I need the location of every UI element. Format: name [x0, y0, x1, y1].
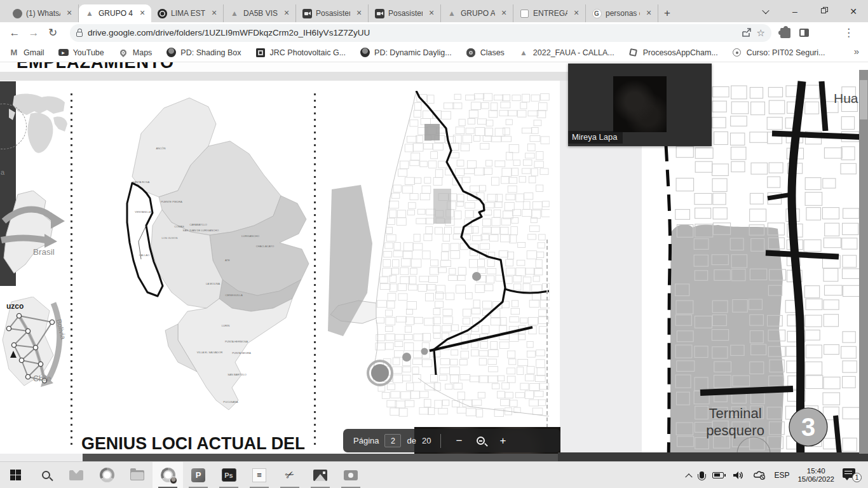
- taskbar-photoshop[interactable]: Ps: [214, 462, 244, 488]
- taskbar-mail-app[interactable]: [61, 462, 92, 488]
- shape-icon: [628, 48, 639, 58]
- tab-close-icon[interactable]: ×: [426, 8, 437, 18]
- tab-label: GRUPO 4 -: [98, 9, 133, 18]
- menu-icon[interactable]: ⋮: [843, 26, 854, 39]
- document-title-clipped: EMPLAZAMIENTO: [17, 62, 174, 72]
- map-marker-3: 3: [801, 413, 815, 441]
- bookmark-star-icon[interactable]: ☆: [757, 27, 765, 39]
- speaker-icon[interactable]: [732, 470, 745, 480]
- bookmark-label: PD: Dynamic Daylig...: [374, 48, 452, 57]
- taskbar-file-explorer[interactable]: [122, 462, 153, 488]
- video-call-overlay[interactable]: Mireya Lapa: [568, 64, 712, 146]
- taskbar-chrome-app[interactable]: [92, 462, 122, 488]
- tab-lima-este[interactable]: LIMA ESTE×: [151, 4, 224, 22]
- bookmark-gmail[interactable]: MGmail: [9, 48, 44, 58]
- bookmark-maps[interactable]: Maps: [118, 48, 153, 58]
- tray-clock[interactable]: 15:4015/06/2022: [797, 467, 834, 484]
- bookmark-label: Maps: [133, 48, 153, 57]
- lock-icon[interactable]: [76, 32, 83, 37]
- tab-entrega[interactable]: ENTREGA×: [513, 4, 586, 22]
- url-text[interactable]: drive.google.com/drive/folders/1UZLI9mWF…: [88, 28, 736, 37]
- photoshop-icon: Ps: [222, 468, 236, 482]
- keyboard-language[interactable]: ESP: [774, 471, 789, 480]
- disc2-icon: [732, 48, 742, 58]
- notification-badge: 1: [852, 473, 862, 482]
- drive-icon: ▲: [447, 8, 457, 18]
- of-word: de: [407, 436, 416, 445]
- tab-da5b[interactable]: ▲DA5B VISI×: [224, 4, 296, 22]
- taskbar-chrome-profile-active[interactable]: [153, 462, 183, 488]
- microphone-icon[interactable]: [700, 471, 704, 478]
- side-panel-icon[interactable]: [799, 29, 809, 37]
- new-tab-button[interactable]: +: [658, 4, 676, 22]
- tab-close-icon[interactable]: ×: [209, 8, 219, 18]
- tab-whatsapp[interactable]: (1) WhatsA×: [6, 4, 79, 22]
- youtube-icon: ▶: [58, 48, 69, 58]
- zoom-magnifier-icon[interactable]: [477, 437, 485, 445]
- zoom-out-button[interactable]: −: [451, 435, 467, 447]
- window-restore-button[interactable]: [810, 0, 839, 22]
- taskbar-snipping-tool[interactable]: ✂: [275, 462, 305, 488]
- tray-expand-chevron[interactable]: [686, 473, 691, 478]
- tab-posasistencia-1[interactable]: Posasisten×: [296, 4, 369, 22]
- bookmark-clases[interactable]: Clases: [466, 48, 505, 58]
- scrollbar-track[interactable]: [859, 70, 868, 454]
- scrollbar-thumb[interactable]: [860, 80, 867, 119]
- tab-close-icon[interactable]: ×: [281, 8, 292, 18]
- tab-close-icon[interactable]: ×: [64, 8, 74, 18]
- page-margin-band: [0, 72, 643, 81]
- bookmark-jrc[interactable]: JRC Photovoltaic G...: [255, 48, 346, 58]
- tab-close-icon[interactable]: ×: [137, 8, 147, 18]
- tab-personas[interactable]: Gpersonas c×: [586, 4, 658, 22]
- taskbar-powerpoint[interactable]: P: [183, 462, 214, 488]
- forward-button[interactable]: →: [24, 27, 43, 39]
- tab-close-icon[interactable]: ×: [571, 8, 581, 18]
- svg-text:CALLAO: CALLAO: [139, 254, 150, 257]
- tab-close-icon[interactable]: ×: [499, 8, 509, 18]
- total-pages: 20: [422, 436, 431, 445]
- notification-center-button[interactable]: 1: [843, 468, 862, 482]
- tab-close-icon[interactable]: ×: [354, 8, 364, 18]
- svg-text:VENTANILLA: VENTANILLA: [135, 210, 151, 214]
- bookmark-faua-callao[interactable]: ▲2022_FAUA - CALLA...: [519, 48, 614, 58]
- start-button[interactable]: [0, 462, 31, 488]
- bookmarks-overflow-button[interactable]: »: [854, 46, 859, 57]
- svg-text:COMAS: COMAS: [174, 225, 184, 228]
- bookmark-youtube[interactable]: ▶YouTube: [58, 48, 104, 58]
- back-button[interactable]: ←: [5, 27, 24, 39]
- battery-icon[interactable]: [712, 472, 724, 478]
- onedrive-cloud-icon[interactable]: [753, 470, 766, 480]
- browser-toolbar: ← → ↻ drive.google.com/drive/folders/1UZ…: [0, 22, 868, 43]
- share-icon[interactable]: [741, 28, 752, 38]
- zoom-in-button[interactable]: +: [494, 435, 511, 447]
- address-bar[interactable]: drive.google.com/drive/folders/1UZLI9mWF…: [70, 24, 771, 42]
- bookmark-procesos[interactable]: ProcesosAppCham...: [628, 48, 718, 58]
- tab-grupo-av[interactable]: ▲GRUPO AV×: [441, 4, 513, 22]
- bookmark-label: JRC Photovoltaic G...: [270, 48, 346, 57]
- bookmark-shading-box[interactable]: PD: Shading Box: [166, 48, 241, 58]
- taskbar-sketchup[interactable]: ≡: [244, 462, 275, 488]
- tab-label: GRUPO AV: [461, 9, 495, 18]
- extensions-icon[interactable]: [780, 28, 790, 38]
- window-minimize-button[interactable]: –: [780, 0, 810, 22]
- google-icon: G: [592, 8, 602, 18]
- pdf-page-2: a Brasil uzco Bolivia Chile: [0, 81, 560, 454]
- taskbar-camera-app[interactable]: [336, 462, 366, 488]
- tab-grupo4-active[interactable]: ▲GRUPO 4 -×: [79, 4, 151, 22]
- bookmark-dynamic-daylight[interactable]: PD: Dynamic Daylig...: [360, 48, 452, 58]
- callao-street-map: [323, 91, 550, 418]
- profile-avatar-icon: [170, 477, 177, 484]
- svg-text:CARABAYLLO: CARABAYLLO: [189, 223, 207, 226]
- reload-button[interactable]: ↻: [43, 26, 62, 39]
- page-number-input[interactable]: 2: [384, 434, 401, 447]
- tab-search-chevron[interactable]: [751, 0, 780, 22]
- bookmark-curso-pit02[interactable]: Curso: PIT02 Seguri...: [732, 48, 825, 58]
- profile-avatar[interactable]: [818, 25, 834, 41]
- window-close-button[interactable]: ✕: [839, 0, 868, 22]
- taskbar-search-button[interactable]: [31, 462, 61, 488]
- powerpoint-icon: P: [191, 468, 205, 482]
- bookmarks-bar: MGmail ▶YouTube Maps PD: Shading Box JRC…: [0, 43, 868, 62]
- tab-close-icon[interactable]: ×: [644, 8, 654, 18]
- taskbar-photos[interactable]: [305, 462, 336, 488]
- tab-posasistencia-2[interactable]: Posasisten×: [369, 4, 441, 22]
